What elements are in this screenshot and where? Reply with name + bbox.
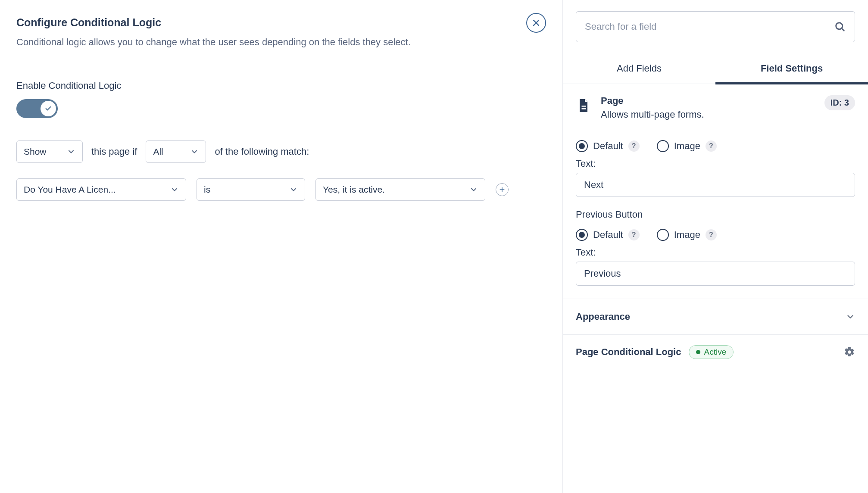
id-badge: ID: 3 [824,95,855,110]
page-icon [576,98,591,113]
prev-radio-row: Default ? Image ? [576,229,855,241]
rule-sentence-row: Show this page if All of the following m… [16,140,546,163]
svg-line-5 [842,28,844,31]
prev-text-label: Text: [576,247,855,258]
enable-label: Enable Conditional Logic [16,80,546,91]
radio-icon [657,140,669,152]
help-icon[interactable]: ? [628,229,640,240]
right-panel: Add Fields Field Settings Page Allows mu… [563,0,868,493]
next-button-section: Default ? Image ? Text: Previous Button … [563,131,868,299]
previous-button-section: Previous Button Default ? Image ? Text: [576,209,855,286]
search-icon [834,21,846,33]
condition-row: Do You Have A Licen... is Yes, it is act… [16,178,546,201]
search-wrap [563,0,868,53]
field-header: Page Allows multi-page forms. ID: 3 [563,84,868,131]
condition-field-select[interactable]: Do You Have A Licen... [16,178,186,201]
main-header: Configure Conditional Logic Conditional … [0,0,562,61]
radio-label-default: Default [593,140,623,152]
match-select[interactable]: All [146,140,206,163]
appearance-accordion[interactable]: Appearance [563,299,868,334]
match-select-label: All [153,147,163,157]
tab-add-fields[interactable]: Add Fields [563,53,715,84]
check-icon [45,105,52,112]
chevron-down-icon [846,312,855,321]
field-description: Allows multi-page forms. [601,109,815,120]
radio-label-default: Default [593,229,623,240]
field-name: Page [601,95,815,106]
svg-rect-6 [582,106,587,107]
field-header-text: Page Allows multi-page forms. [601,95,815,120]
condition-operator-label: is [204,184,210,195]
active-text: Active [704,347,726,357]
action-select[interactable]: Show [16,140,83,163]
radio-label-image: Image [674,229,700,240]
rule-text-mid: this page if [91,146,137,157]
next-radio-default[interactable]: Default ? [576,140,640,152]
conditions: Do You Have A Licen... is Yes, it is act… [16,178,546,201]
config-conditional-logic-panel: Configure Conditional Logic Conditional … [0,0,563,493]
action-select-label: Show [24,147,47,157]
toggle-thumb [41,101,56,116]
radio-label-image: Image [674,140,700,152]
conditional-logic-row[interactable]: Page Conditional Logic Active [563,334,868,369]
condition-value-select[interactable]: Yes, it is active. [315,178,485,201]
help-icon[interactable]: ? [628,140,640,152]
chevron-down-icon [67,147,75,156]
close-icon [532,19,540,27]
chevron-down-icon [170,185,179,194]
main-description: Conditional logic allows you to change w… [16,37,546,48]
help-icon[interactable]: ? [706,229,717,240]
rule-text-end: of the following match: [215,146,309,157]
svg-rect-7 [582,108,587,109]
plus-icon [499,186,506,193]
previous-button-label: Previous Button [576,209,855,220]
tab-field-settings[interactable]: Field Settings [715,53,868,84]
chevron-down-icon [469,185,478,194]
help-icon[interactable]: ? [706,140,717,152]
radio-icon [576,140,588,152]
next-radio-row: Default ? Image ? [576,140,855,152]
condition-value-label: Yes, it is active. [323,184,385,195]
next-text-label: Text: [576,158,855,169]
enable-toggle[interactable] [16,99,58,118]
add-condition-button[interactable] [496,183,509,196]
prev-radio-image[interactable]: Image ? [657,229,717,241]
radio-icon [657,229,669,241]
condition-field-label: Do You Have A Licen... [24,184,116,195]
radio-icon [576,229,588,241]
prev-text-input[interactable] [576,262,855,286]
next-text-input[interactable] [576,173,855,197]
gear-icon[interactable] [844,346,855,358]
condition-operator-select[interactable]: is [197,178,305,201]
close-button[interactable] [526,13,546,33]
conditional-logic-title: Page Conditional Logic [576,346,681,358]
next-radio-image[interactable]: Image ? [657,140,717,152]
main-title: Configure Conditional Logic [16,16,546,29]
active-pill: Active [689,345,734,359]
appearance-title: Appearance [576,311,630,322]
search-box [576,11,855,42]
main-body: Enable Conditional Logic Show this page … [0,61,562,220]
search-input[interactable] [585,21,834,32]
chevron-down-icon [289,185,298,194]
chevron-down-icon [190,147,199,156]
prev-radio-default[interactable]: Default ? [576,229,640,241]
status-dot-icon [696,350,700,354]
tabs: Add Fields Field Settings [563,53,868,84]
